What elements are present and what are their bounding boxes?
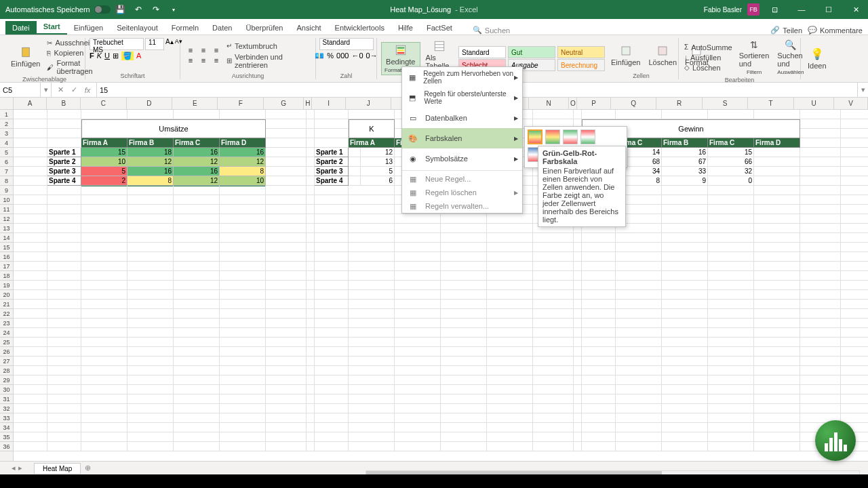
cell[interactable] bbox=[315, 394, 349, 404]
cell[interactable] bbox=[266, 148, 307, 157]
cell[interactable] bbox=[349, 357, 395, 366]
cell[interactable]: Firma A bbox=[349, 138, 395, 148]
cell[interactable] bbox=[582, 366, 616, 375]
cell[interactable] bbox=[662, 262, 708, 271]
tab-developer[interactable]: Entwicklertools bbox=[328, 21, 391, 35]
cell[interactable] bbox=[533, 385, 574, 394]
cell[interactable] bbox=[533, 366, 574, 375]
cell[interactable] bbox=[533, 413, 574, 423]
cell[interactable] bbox=[14, 167, 47, 176]
row-header-31[interactable]: 31 bbox=[0, 394, 13, 404]
cell[interactable] bbox=[307, 167, 315, 176]
cell[interactable] bbox=[841, 366, 868, 375]
cell[interactable] bbox=[47, 186, 81, 195]
cell[interactable] bbox=[582, 404, 616, 413]
cell[interactable] bbox=[395, 224, 441, 233]
cell[interactable] bbox=[487, 281, 533, 290]
col-header-O[interactable]: O bbox=[569, 98, 577, 109]
row-header-30[interactable]: 30 bbox=[0, 385, 13, 394]
cell[interactable] bbox=[800, 129, 841, 138]
cell[interactable] bbox=[754, 271, 800, 281]
cell[interactable] bbox=[800, 195, 841, 205]
cell[interactable] bbox=[14, 262, 47, 271]
cell[interactable] bbox=[533, 347, 574, 357]
cell[interactable] bbox=[315, 195, 349, 205]
cell[interactable] bbox=[487, 423, 533, 432]
cell[interactable] bbox=[662, 205, 708, 214]
cell[interactable] bbox=[574, 262, 582, 271]
cell[interactable] bbox=[800, 110, 841, 119]
cell[interactable] bbox=[266, 167, 307, 176]
cell[interactable] bbox=[14, 366, 47, 375]
cell[interactable] bbox=[349, 394, 395, 404]
cell[interactable] bbox=[582, 375, 616, 385]
cell[interactable] bbox=[315, 309, 349, 319]
cell[interactable] bbox=[174, 271, 220, 281]
cell[interactable]: 12 bbox=[174, 157, 220, 167]
cell[interactable] bbox=[174, 328, 220, 338]
cell[interactable] bbox=[127, 375, 174, 385]
cell[interactable] bbox=[266, 119, 307, 129]
cell[interactable] bbox=[533, 423, 574, 432]
cell[interactable] bbox=[315, 319, 349, 328]
cell[interactable] bbox=[266, 129, 307, 138]
cell[interactable] bbox=[349, 309, 395, 319]
cell[interactable] bbox=[582, 442, 616, 451]
cell[interactable] bbox=[220, 214, 266, 224]
cell[interactable] bbox=[533, 442, 574, 451]
cell[interactable] bbox=[708, 252, 754, 262]
cell[interactable]: Firma B bbox=[127, 138, 174, 148]
cell[interactable] bbox=[662, 309, 708, 319]
cell[interactable]: Firma B bbox=[662, 138, 708, 148]
cell[interactable] bbox=[441, 413, 487, 423]
cell[interactable] bbox=[174, 442, 220, 451]
cell[interactable] bbox=[662, 366, 708, 375]
cell[interactable] bbox=[81, 243, 127, 252]
tab-help[interactable]: Hilfe bbox=[391, 21, 420, 35]
cell[interactable] bbox=[800, 157, 841, 167]
cell[interactable] bbox=[574, 404, 582, 413]
cell[interactable] bbox=[14, 129, 47, 138]
cell[interactable] bbox=[582, 252, 616, 262]
select-all-corner[interactable] bbox=[0, 98, 14, 109]
cell[interactable] bbox=[754, 309, 800, 319]
cell[interactable] bbox=[315, 357, 349, 366]
enter-formula-icon[interactable]: ✓ bbox=[68, 85, 80, 94]
qat-customize-icon[interactable]: ▾ bbox=[166, 2, 181, 17]
cell[interactable] bbox=[127, 110, 174, 119]
cell[interactable] bbox=[81, 394, 127, 404]
col-header-T[interactable]: T bbox=[748, 98, 793, 109]
cell[interactable] bbox=[307, 205, 315, 214]
cell[interactable] bbox=[662, 300, 708, 309]
cell[interactable] bbox=[47, 243, 81, 252]
cell[interactable] bbox=[81, 423, 127, 432]
cell[interactable] bbox=[81, 404, 127, 413]
col-header-N[interactable]: N bbox=[529, 98, 570, 109]
cell[interactable] bbox=[315, 442, 349, 451]
cell[interactable]: 15 bbox=[81, 148, 127, 157]
cell[interactable] bbox=[754, 432, 800, 442]
cell[interactable] bbox=[487, 290, 533, 300]
percent-format-icon[interactable]: % bbox=[327, 52, 334, 60]
tab-data[interactable]: Daten bbox=[205, 21, 239, 35]
cell[interactable] bbox=[754, 224, 800, 233]
cell[interactable] bbox=[315, 224, 349, 233]
cell[interactable] bbox=[754, 157, 800, 167]
cell[interactable] bbox=[441, 328, 487, 338]
cell[interactable] bbox=[127, 347, 174, 357]
cell[interactable] bbox=[487, 357, 533, 366]
cell[interactable] bbox=[14, 404, 47, 413]
cell[interactable] bbox=[662, 290, 708, 300]
row-header-16[interactable]: 16 bbox=[0, 252, 13, 262]
accounting-format-icon[interactable]: 💶 bbox=[315, 52, 324, 60]
cell[interactable] bbox=[574, 385, 582, 394]
cell[interactable] bbox=[266, 357, 307, 366]
cell[interactable] bbox=[127, 357, 174, 366]
cell[interactable] bbox=[174, 394, 220, 404]
cell[interactable] bbox=[174, 195, 220, 205]
cell[interactable] bbox=[841, 195, 868, 205]
row-header-35[interactable]: 35 bbox=[0, 432, 13, 442]
cell[interactable] bbox=[582, 394, 616, 404]
cell[interactable] bbox=[582, 413, 616, 423]
cell[interactable] bbox=[47, 404, 81, 413]
